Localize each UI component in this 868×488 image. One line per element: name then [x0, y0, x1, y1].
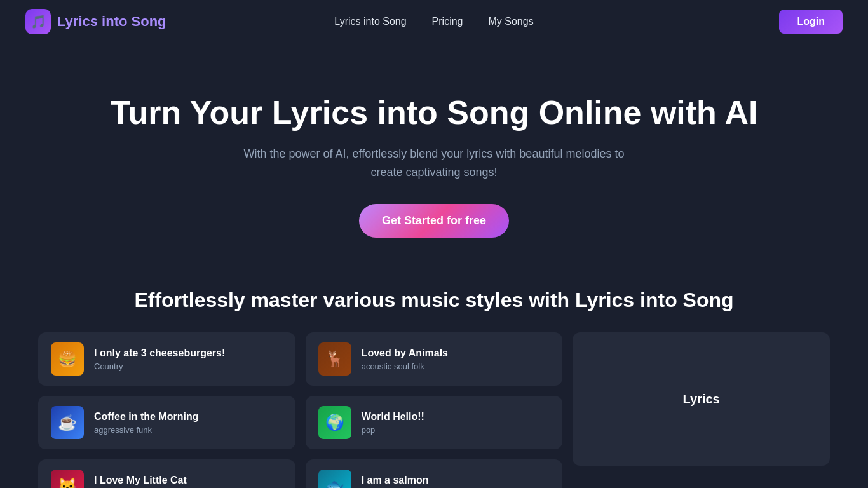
lyrics-panel-title: Lyrics	[683, 392, 720, 407]
song-name-cat: I Love My Little Cat	[94, 475, 187, 486]
song-genre-cheeseburgers: Country	[94, 362, 225, 371]
song-thumbnail-animals: 🦌	[318, 342, 351, 376]
hero-subtitle: With the power of AI, effortlessly blend…	[237, 145, 631, 182]
song-name-salmon: I am a salmon	[362, 475, 429, 486]
song-card-coffee[interactable]: ☕ Coffee in the Morning aggressive funk	[38, 396, 295, 449]
nav-link-lyrics-into-song[interactable]: Lyrics into Song	[334, 16, 406, 27]
music-grid: 🍔 I only ate 3 cheeseburgers! Country ☕ …	[38, 332, 830, 488]
song-thumbnail-cheeseburgers: 🍔	[51, 342, 84, 376]
hero-section: Turn Your Lyrics into Song Online with A…	[0, 43, 868, 276]
song-card-salmon[interactable]: 🐟 I am a salmon upbeat rock	[306, 459, 563, 488]
navbar: 🎵 Lyrics into Song Lyrics into Song Pric…	[0, 0, 868, 43]
song-card-animals[interactable]: 🦌 Loved by Animals acoustic soul folk	[306, 332, 563, 386]
song-genre-animals: acoustic soul folk	[362, 362, 448, 371]
song-genre-world: pop	[362, 425, 424, 435]
song-info-animals: Loved by Animals acoustic soul folk	[362, 348, 448, 371]
styles-section: Effortlessly master various music styles…	[0, 276, 868, 488]
song-card-cat[interactable]: 🐱 I Love My Little Cat progressive metal	[38, 459, 295, 488]
song-info-salmon: I am a salmon upbeat rock	[362, 475, 429, 488]
logo[interactable]: 🎵 Lyrics into Song	[25, 9, 166, 34]
lyrics-panel: Lyrics	[573, 332, 830, 466]
song-name-animals: Loved by Animals	[362, 348, 448, 359]
song-info-cat: I Love My Little Cat progressive metal	[94, 475, 187, 488]
logo-icon: 🎵	[25, 9, 51, 34]
song-genre-coffee: aggressive funk	[94, 425, 198, 435]
nav-link-my-songs[interactable]: My Songs	[489, 16, 534, 27]
song-info-cheeseburgers: I only ate 3 cheeseburgers! Country	[94, 348, 225, 371]
song-thumbnail-cat: 🐱	[51, 470, 84, 488]
song-name-world: World Hello!!	[362, 411, 424, 423]
song-thumbnail-world: 🌍	[318, 406, 351, 439]
song-info-world: World Hello!! pop	[362, 411, 424, 435]
cta-button[interactable]: Get Started for free	[359, 204, 509, 238]
song-card-world[interactable]: 🌍 World Hello!! pop	[306, 396, 563, 449]
song-thumbnail-salmon: 🐟	[318, 470, 351, 488]
mid-column: 🦌 Loved by Animals acoustic soul folk 🌍 …	[306, 332, 563, 488]
nav-link-pricing[interactable]: Pricing	[432, 16, 463, 27]
song-name-coffee: Coffee in the Morning	[94, 411, 198, 423]
song-card-cheeseburgers[interactable]: 🍔 I only ate 3 cheeseburgers! Country	[38, 332, 295, 386]
hero-title: Turn Your Lyrics into Song Online with A…	[25, 94, 843, 132]
song-name-cheeseburgers: I only ate 3 cheeseburgers!	[94, 348, 225, 359]
left-column: 🍔 I only ate 3 cheeseburgers! Country ☕ …	[38, 332, 295, 488]
login-button[interactable]: Login	[779, 10, 843, 34]
song-info-coffee: Coffee in the Morning aggressive funk	[94, 411, 198, 435]
section-title: Effortlessly master various music styles…	[38, 288, 830, 312]
logo-text: Lyrics into Song	[57, 13, 166, 30]
song-thumbnail-coffee: ☕	[51, 406, 84, 439]
navbar-links: Lyrics into Song Pricing My Songs	[334, 16, 533, 27]
